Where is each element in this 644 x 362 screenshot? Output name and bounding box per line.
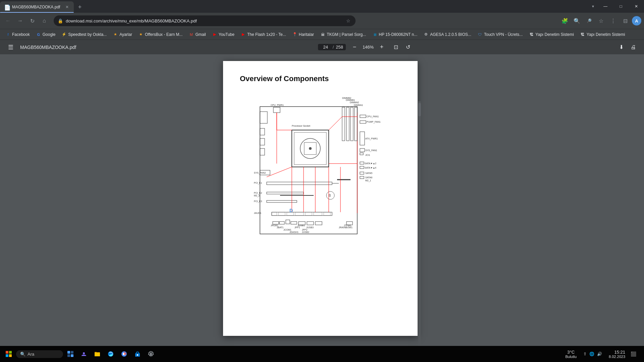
bookmark-tkgm-label: TKGM | Parsel Sorg... [327, 32, 366, 37]
back-button[interactable]: ← [3, 15, 13, 26]
favorites-icon[interactable]: ☆ [596, 15, 606, 26]
yapi2-icon: 🏗 [580, 32, 585, 37]
svg-text:JUSB1: JUSB1 [298, 224, 305, 227]
bookmark-ayarlar[interactable]: ★ Ayarlar [110, 31, 135, 38]
home-button[interactable]: ⌂ [39, 15, 50, 26]
svg-rect-38 [360, 162, 364, 164]
svg-rect-39 [360, 166, 364, 169]
bookmark-flash[interactable]: ▶ The Flash 1x20 - Te... [238, 31, 289, 38]
svg-point-105 [83, 352, 85, 354]
current-date: 8.02.2023 [609, 355, 625, 359]
flash-icon: ▶ [240, 32, 246, 37]
start-button[interactable] [3, 348, 15, 360]
tab-bar: 📄 MAGB560MBAZOOKA.pdf ✕ + ▾ — □ ✕ [0, 0, 644, 13]
pdf-toolbar: ☰ MAGB560MBAZOOKA.pdf / 258 − 146% + ⊡ ↺… [0, 40, 644, 54]
scrollbar-thumb[interactable] [418, 103, 421, 116]
scrollbar[interactable] [418, 101, 421, 346]
taskbar-search-label: Ara [28, 352, 34, 357]
bookmark-youtube[interactable]: ▶ YouTube [209, 31, 237, 38]
taskbar: 🔍 Ara [0, 346, 644, 362]
new-tab-button[interactable]: + [75, 2, 85, 12]
sidebar-toggle[interactable]: ⊟ [620, 15, 631, 26]
taskbar-weather[interactable]: 3°C Bulutlu [562, 350, 579, 359]
bookmark-speedtest[interactable]: ⚡ Speedtest by Ookla... [59, 31, 109, 38]
chrome-icon [121, 351, 127, 357]
tab-list-arrow[interactable]: ▾ [590, 0, 596, 13]
main-content: Overview of Components [0, 54, 644, 346]
taskbar-files-button[interactable] [91, 348, 103, 360]
active-tab[interactable]: 📄 MAGB560MBAZOOKA.pdf ✕ [0, 1, 74, 13]
bookmark-facebook[interactable]: f Facebook [3, 31, 33, 38]
taskbar-system-tray[interactable]: ⇧ 🌐 🔊 🔋 [581, 352, 605, 356]
pdf-zoom-in-button[interactable]: + [377, 43, 386, 52]
taskbar-chrome-button[interactable] [118, 348, 130, 360]
minimize-button[interactable]: — [598, 0, 613, 13]
svg-text:JAUD1: JAUD1 [254, 212, 261, 214]
taskbar-clock[interactable]: 15:21 8.02.2023 [606, 350, 628, 359]
svg-text:JRAINBOW1: JRAINBOW1 [339, 226, 353, 229]
pdf-page-separator: / [333, 45, 334, 50]
pdf-rotate-button[interactable]: ↺ [402, 42, 413, 53]
settings-button[interactable]: ⋮ [608, 15, 619, 26]
bookmark-haritalar[interactable]: 📍 Haritalar [289, 31, 317, 38]
svg-rect-103 [67, 354, 70, 357]
svg-text:SYS_FAN1: SYS_FAN1 [365, 149, 377, 152]
profile-button[interactable]: A [632, 16, 641, 25]
extensions-button[interactable]: 🧩 [559, 15, 570, 26]
bookmark-google[interactable]: G Google [33, 31, 58, 38]
tab-favicon: 📄 [4, 4, 9, 10]
bookmark-gmail[interactable]: M Gmail [186, 31, 208, 38]
svg-text:DIMMB1: DIMMB1 [346, 99, 355, 101]
address-bar[interactable]: 🔒 download.msi.com/archive/mnu_exe/mb/MA… [54, 15, 356, 26]
svg-rect-104 [71, 354, 73, 357]
pdf-page-total: 258 [336, 45, 343, 50]
weather-condition: Bulutlu [565, 355, 577, 359]
google-icon: G [36, 32, 41, 37]
tab-close-button[interactable]: ✕ [64, 4, 70, 10]
bookmark-touchvpn[interactable]: 🛡 Touch VPN - Ücrets... [475, 31, 525, 38]
maximize-button[interactable]: □ [613, 0, 629, 13]
svg-text:SATA▼▲4: SATA▼▲4 [365, 167, 376, 169]
bookmark-offersbux[interactable]: ★ OffersBux - Earn M... [136, 31, 185, 38]
forward-button[interactable]: → [15, 15, 25, 26]
pdf-download-button[interactable]: ⬇ [616, 42, 627, 53]
network-icon: 🌐 [589, 352, 594, 356]
show-desktop-button[interactable] [639, 346, 641, 362]
close-button[interactable]: ✕ [629, 0, 644, 13]
notification-bell-icon[interactable]: ⬛ [629, 348, 637, 360]
reload-button[interactable]: ↻ [27, 15, 38, 26]
svg-rect-102 [71, 351, 73, 354]
svg-text:M2_2: M2_2 [254, 194, 260, 197]
search-magnifier-icon: 🔍 [20, 352, 25, 357]
pdf-page-input[interactable] [321, 45, 331, 50]
taskbar-widgets-button[interactable] [64, 348, 76, 360]
speedtest-icon: ⚡ [61, 32, 67, 37]
tab-active-indicator [0, 12, 74, 13]
taskbar-edge-button[interactable] [105, 348, 117, 360]
pdf-print-button[interactable]: 🖨 [628, 42, 639, 53]
svg-text:SATA5: SATA5 [365, 172, 372, 174]
yapi1-icon: 🏗 [529, 32, 534, 37]
taskbar-search-button[interactable]: 🔍 Ara [16, 350, 63, 358]
bookmark-tkgm[interactable]: 🏛 TKGM | Parsel Sorg... [317, 31, 369, 38]
zoom-icon[interactable]: 🔎 [584, 15, 594, 26]
svg-rect-15 [360, 148, 365, 152]
search-icon[interactable]: 🔍 [572, 15, 582, 26]
pdf-menu-button[interactable]: ☰ [5, 42, 16, 53]
taskbar-store-button[interactable] [131, 348, 144, 360]
bookmark-star-icon[interactable]: ☆ [345, 17, 352, 24]
bookmark-agesa[interactable]: ⚙ AGESA 1.2.0.5 BIOS... [421, 31, 474, 38]
taskbar-settings-button[interactable] [145, 348, 157, 360]
bookmark-yapi2[interactable]: 🏗 Yapı Denetim Sistemi [577, 31, 628, 38]
svg-text:CPU_PWR1: CPU_PWR1 [271, 104, 284, 107]
teams-icon [80, 351, 87, 357]
svg-rect-97 [6, 351, 8, 354]
bookmark-ayarlar-label: Ayarlar [119, 32, 132, 37]
pdf-zoom-out-button[interactable]: − [350, 43, 359, 52]
pdf-fit-page-button[interactable]: ⊡ [390, 42, 401, 53]
bookmark-haritalar-label: Haritalar [299, 32, 314, 37]
svg-text:D: D [289, 208, 293, 213]
bookmark-yapi1[interactable]: 🏗 Yapı Denetim Sistemi [526, 31, 577, 38]
taskbar-teams-button[interactable] [78, 348, 90, 360]
bookmark-hp[interactable]: 🖥 HP 15-D80062NT n... [369, 31, 420, 38]
